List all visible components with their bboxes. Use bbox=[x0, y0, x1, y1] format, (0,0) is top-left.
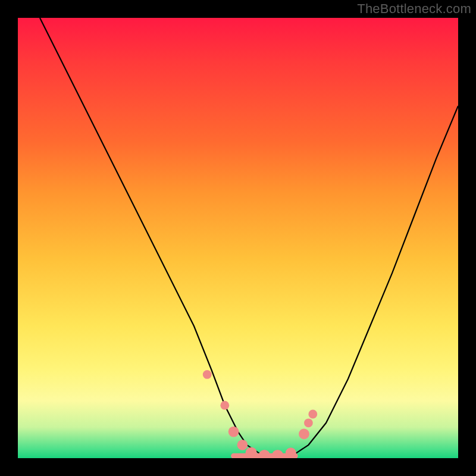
trough-marker bbox=[228, 427, 239, 437]
watermark-text: TheBottleneck.com bbox=[357, 1, 471, 17]
trough-marker bbox=[246, 447, 257, 459]
trough-marker bbox=[237, 440, 248, 450]
trough-marker bbox=[259, 450, 270, 458]
trough-marker bbox=[286, 447, 296, 458]
trough-marker bbox=[272, 450, 283, 458]
plot-area bbox=[18, 18, 458, 458]
curve-right bbox=[282, 106, 458, 458]
trough-marker bbox=[299, 428, 309, 439]
curve-left bbox=[40, 18, 282, 458]
chart-svg bbox=[18, 18, 458, 458]
trough-marker bbox=[203, 370, 212, 379]
trough-marker bbox=[220, 401, 229, 410]
trough-marker bbox=[304, 418, 313, 427]
chart-frame: TheBottleneck.com bbox=[0, 0, 476, 476]
trough-marker bbox=[308, 410, 317, 419]
trough-markers bbox=[203, 370, 317, 458]
